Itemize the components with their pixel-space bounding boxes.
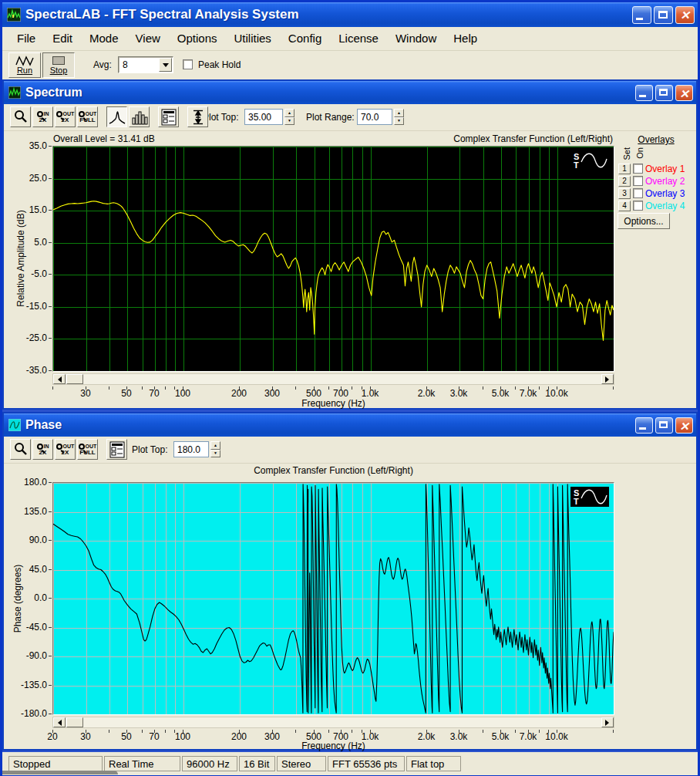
st-logo-icon: ST [570,150,609,170]
phase-display-options-button[interactable] [106,439,127,460]
spectrum-close-button[interactable]: ✕ [675,85,693,101]
app-icon [7,8,21,22]
spin-down-icon[interactable]: ▼ [210,450,220,458]
overlay-checkbox-1[interactable] [633,164,643,174]
dropdown-arrow-button[interactable] [159,58,172,72]
scroll-left-arrow[interactable] [53,717,66,727]
x-tick-label: 2.0k [418,388,436,399]
spin-up-icon[interactable]: ▲ [394,109,404,117]
avg-value: 8 [119,57,158,73]
phase-titlebar[interactable]: Phase ✕ [4,413,696,437]
spin-down-icon[interactable]: ▼ [284,117,294,126]
scroll-thumb[interactable] [66,374,83,384]
menu-item-config[interactable]: Config [280,27,330,50]
status-field-6: Flat top [406,756,461,771]
spectrum-maximize-button[interactable] [655,85,673,101]
phase-close-button[interactable]: ✕ [675,417,693,434]
phase-h-scrollbar[interactable] [52,717,614,728]
phase-y-axis-title: Phase (degrees) [12,565,23,633]
plot-range-input[interactable] [357,109,392,125]
x-tick-label: 500 [306,388,321,399]
plot-top-input[interactable] [173,441,209,457]
overlay-set-button-1[interactable]: 1 [618,164,631,174]
phase-zoom-out-2x-button[interactable]: OUT2X [55,439,76,460]
plot-top-spinner[interactable]: ▲▼ [284,109,294,125]
menu-bar: FileEditModeViewOptionsUtilitiesConfigLi… [2,27,698,51]
phase-chart: ST [53,483,614,714]
plot-range-spinner[interactable]: ▲▼ [394,109,404,125]
scroll-right-arrow[interactable] [601,717,614,727]
spectrum-zoom-button[interactable] [10,106,31,127]
overlay-set-button-2[interactable]: 2 [618,176,631,187]
magnifier-icon [79,111,85,117]
menu-item-utilities[interactable]: Utilities [226,27,280,50]
y-tick-label: 135.0 [24,506,47,517]
st-logo-icon: ST [570,487,609,507]
phase-minimize-button[interactable] [635,417,653,434]
avg-dropdown[interactable]: 8 [118,56,173,73]
menu-item-license[interactable]: License [330,27,387,50]
x-tick-label: 3.0k [450,388,468,399]
spin-up-icon[interactable]: ▲ [210,441,220,450]
y-tick-label: -135.0 [21,680,47,690]
spectrum-display-options-button[interactable] [158,106,179,127]
overlay-set-button-4[interactable]: 4 [618,201,631,211]
spectrum-zoom-in-2x-button[interactable]: IN2X [32,106,53,127]
status-field-5: FFT 65536 pts [328,756,405,771]
overlays-heading[interactable]: Overlays [616,134,696,145]
spectrum-zoom-out-full-button[interactable]: OUTFULL [77,106,98,127]
overlay-checkbox-3[interactable] [633,188,643,198]
peak-hold-checkbox[interactable] [183,59,193,69]
magnifier-icon [56,444,62,450]
menu-item-window[interactable]: Window [387,27,445,50]
spectrum-vertical-scale-button[interactable] [187,106,208,127]
status-field-2: 96000 Hz [182,756,237,771]
spectrum-peak-curve-button[interactable] [106,106,127,127]
spin-up-icon[interactable]: ▲ [284,109,294,117]
overlays-options-button[interactable]: Options... [618,213,670,229]
plot-top-label: Plot Top: [132,444,167,455]
x-tick-label: 200 [231,388,247,399]
y-tick-label: 35.0 [29,140,47,151]
phase-window: Phase ✕ Plot Top: ▲▼ IN2XOUT2XOUTFULL Co… [2,412,698,751]
menu-item-options[interactable]: Options [169,27,226,50]
plot-range-label: Plot Range: [306,112,355,123]
spectrum-zoom-out-2x-button[interactable]: OUT2X [55,106,76,127]
run-button[interactable]: Run [8,52,41,78]
spectrum-bar-display-button[interactable] [129,106,150,127]
phase-maximize-button[interactable] [655,417,673,434]
minimize-button[interactable] [632,6,651,24]
y-tick-label: -180.0 [21,708,47,719]
overlay-checkbox-4[interactable] [633,201,643,211]
close-button[interactable]: ✕ [675,6,695,24]
menu-item-view[interactable]: View [127,27,169,50]
phase-zoom-out-full-button[interactable]: OUTFULL [77,439,98,460]
status-field-1: Real Time [104,756,180,771]
menu-item-edit[interactable]: Edit [44,27,81,50]
overlay-set-button-3[interactable]: 3 [618,188,631,199]
phase-zoom-button[interactable] [10,439,31,460]
spectrum-minimize-button[interactable] [635,85,653,101]
spin-down-icon[interactable]: ▼ [394,117,404,126]
scroll-right-arrow[interactable] [601,374,614,384]
scroll-left-arrow[interactable] [53,374,66,384]
scroll-thumb[interactable] [66,717,83,727]
stop-button[interactable]: Stop [42,52,75,78]
maximize-button[interactable] [654,6,673,24]
spectrum-h-scrollbar[interactable] [52,373,614,385]
app-titlebar[interactable]: SpectraLAB - FFT Spectral Analysis Syste… [2,2,698,27]
svg-text:T: T [574,497,579,506]
menu-item-help[interactable]: Help [445,27,486,50]
phase-zoom-in-2x-button[interactable]: IN2X [32,439,53,460]
plot-top-input[interactable] [244,109,283,125]
menu-item-file[interactable]: File [8,27,44,50]
overlay-checkbox-2[interactable] [633,176,643,186]
menu-item-mode[interactable]: Mode [81,27,127,50]
spectrum-titlebar[interactable]: Spectrum ✕ [4,81,696,104]
overlay-label-1: Overlay 1 [645,164,685,174]
x-tick-label: 10.0k [545,388,567,399]
spectrum-plot-area[interactable]: ST [52,146,614,372]
plot-top-spinner[interactable]: ▲▼ [210,441,220,457]
x-tick-label: 30 [80,388,90,399]
phase-plot-area[interactable]: ST [52,482,614,715]
